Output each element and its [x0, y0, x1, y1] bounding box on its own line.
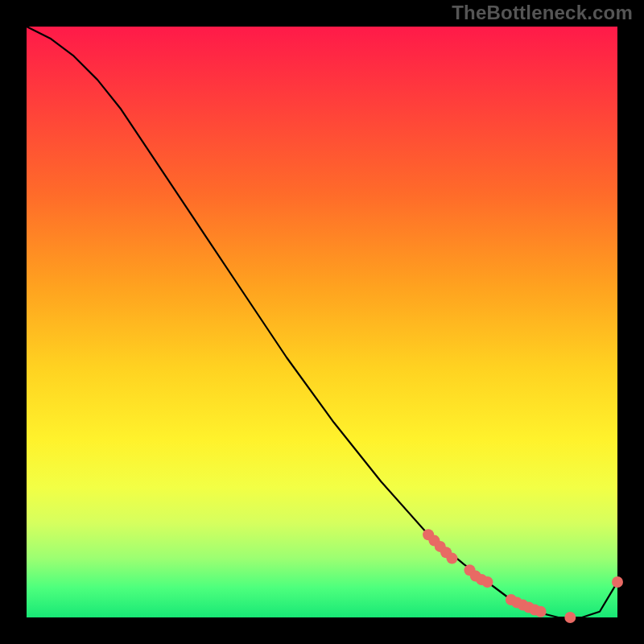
data-point-marker: [535, 606, 547, 617]
series-markers: [423, 529, 623, 623]
data-point-marker: [482, 576, 493, 588]
data-point-marker: [612, 576, 623, 588]
chart-frame: TheBottleneck.com: [0, 0, 644, 644]
watermark-text: TheBottleneck.com: [452, 2, 633, 24]
data-point-marker: [447, 553, 458, 564]
series-line: [27, 27, 617, 617]
chart-svg: [27, 27, 617, 617]
data-point-marker: [564, 612, 576, 623]
plot-area: [27, 27, 617, 617]
